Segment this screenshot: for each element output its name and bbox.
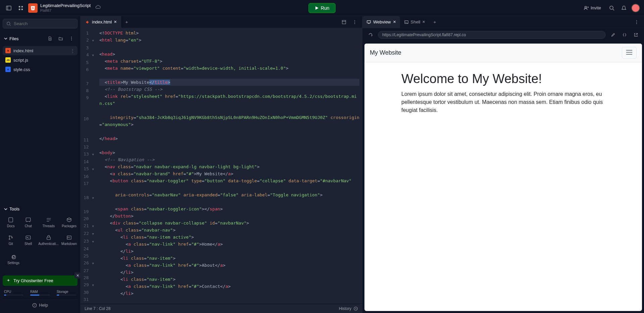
html-file-icon: ◆ <box>85 19 90 25</box>
webview-frame: My Website Welcome to My Website! Lorem … <box>364 44 642 311</box>
stat-ram: RAM <box>30 290 50 296</box>
ghostwriter-close-icon[interactable]: ✕ <box>75 272 81 278</box>
help-icon: ? <box>32 303 37 308</box>
file-item-index-html[interactable]: 5index.html⋮ <box>3 46 78 55</box>
tools-header-label: Tools <box>9 206 19 211</box>
tool-label: Authenticati... <box>38 242 59 246</box>
new-file-icon[interactable] <box>45 34 55 43</box>
webview-hamburger[interactable] <box>622 47 637 59</box>
svg-point-34 <box>636 20 637 21</box>
search-box[interactable] <box>3 19 78 28</box>
user-plus-icon <box>584 6 589 10</box>
webview-brand[interactable]: My Website <box>370 49 401 56</box>
tool-chat[interactable]: Chat <box>20 214 36 231</box>
tool-label: Settings <box>7 261 19 265</box>
sparkle-icon <box>6 278 11 283</box>
help-label: Help <box>39 303 48 308</box>
tab-add-button[interactable]: ＋ <box>121 19 132 25</box>
svg-point-8 <box>610 6 613 9</box>
tool-shell[interactable]: Shell <box>20 232 36 248</box>
svg-line-11 <box>10 24 11 26</box>
project-title[interactable]: LegitimatePrevailingScript <box>40 3 91 8</box>
run-label: Run <box>321 5 330 11</box>
svg-rect-4 <box>19 8 20 10</box>
svg-rect-21 <box>47 237 50 240</box>
hamburger-icon <box>626 49 633 55</box>
open-external-icon[interactable] <box>631 30 641 40</box>
search-input[interactable] <box>14 21 74 26</box>
file-more-icon[interactable]: ⋮ <box>70 48 75 53</box>
file-item-script-js[interactable]: JSscript.js <box>0 55 80 65</box>
stat-cpu: CPU <box>4 290 23 296</box>
gear-icon <box>10 254 16 260</box>
devtools-icon[interactable] <box>620 30 629 40</box>
invite-button[interactable]: Invite <box>581 4 604 12</box>
svg-point-19 <box>11 237 12 238</box>
tool-settings[interactable]: Settings <box>4 251 23 267</box>
preview-more-icon[interactable] <box>632 17 641 27</box>
run-button[interactable]: Run <box>308 3 336 13</box>
file-item-style-css[interactable]: #style.css <box>0 65 80 74</box>
url-input[interactable]: https://LegitimatePrevailingScript.flafi… <box>378 31 606 39</box>
search-header-icon[interactable] <box>607 3 616 13</box>
editor-tab-index[interactable]: ◆ index.html ✕ <box>81 16 121 28</box>
chevron-down-icon[interactable] <box>4 207 7 211</box>
css-file-icon: # <box>5 67 11 72</box>
editor-more-icon[interactable] <box>350 17 359 27</box>
preview-tab-add[interactable]: ＋ <box>429 19 440 25</box>
tab-shell[interactable]: Shell ✕ <box>400 16 430 28</box>
tool-icon <box>8 235 14 241</box>
chevron-down-icon[interactable] <box>4 37 7 40</box>
svg-point-12 <box>71 37 72 38</box>
terminal-icon <box>404 20 409 24</box>
files-more-icon[interactable] <box>67 34 76 43</box>
code-editor[interactable]: 1 2 ▼3 4 ▼5 6 7 8 9 10 11 12 13 ▼14 15 ▼… <box>81 28 362 304</box>
sidebar-toggle-icon[interactable] <box>4 3 13 13</box>
edit-url-icon[interactable] <box>608 30 618 40</box>
tool-icon <box>46 235 52 241</box>
tab-close-icon[interactable]: ✕ <box>422 20 425 24</box>
tool-authenticati-[interactable]: Authenticati... <box>38 232 59 248</box>
ghostwriter-banner[interactable]: Try Ghostwriter Free <box>3 275 78 286</box>
project-owner[interactable]: Flafi87 <box>40 8 91 13</box>
tab-label: Webview <box>373 19 391 24</box>
file-name: script.js <box>13 58 28 63</box>
monitor-icon <box>366 20 371 24</box>
preview-panel: Webview ✕ Shell ✕ ＋ https://LegitimatePr… <box>362 16 644 313</box>
user-avatar[interactable] <box>631 4 640 12</box>
tool-threads[interactable]: Threads <box>38 214 59 231</box>
notifications-icon[interactable] <box>619 3 629 13</box>
sync-status-icon <box>95 5 101 11</box>
ghostwriter-label: Try Ghostwriter Free <box>13 278 53 283</box>
tool-docs[interactable]: Docs <box>3 214 19 231</box>
help-button[interactable]: ? Help <box>3 300 78 310</box>
layout-icon[interactable] <box>339 17 349 27</box>
tab-close-icon[interactable]: ✕ <box>114 20 117 24</box>
svg-text:?: ? <box>34 304 36 307</box>
tool-git[interactable]: Git <box>3 232 19 248</box>
tool-packages[interactable]: Packages <box>61 214 78 231</box>
svg-point-35 <box>636 21 637 22</box>
svg-point-18 <box>9 239 10 240</box>
tool-label: Markdown <box>61 242 77 246</box>
history-icon[interactable] <box>353 306 358 311</box>
svg-point-7 <box>585 6 587 8</box>
play-icon <box>315 6 319 10</box>
svg-rect-25 <box>342 20 346 24</box>
sidebar: Files 5index.html⋮JSscript.js#style.css … <box>0 16 81 313</box>
project-type-icon: 5 <box>28 3 38 13</box>
html-file-icon: 5 <box>5 48 11 53</box>
tab-webview[interactable]: Webview ✕ <box>362 16 400 28</box>
tool-markdown[interactable]: Markdown <box>61 232 78 248</box>
svg-rect-33 <box>404 20 408 23</box>
reload-icon[interactable] <box>366 30 375 40</box>
tab-close-icon[interactable]: ✕ <box>393 20 396 24</box>
svg-point-36 <box>636 23 637 24</box>
tool-label: Shell <box>24 242 32 246</box>
apps-icon[interactable] <box>16 3 26 13</box>
history-button[interactable]: History <box>339 306 351 311</box>
svg-point-10 <box>7 22 10 25</box>
svg-point-27 <box>354 20 355 21</box>
new-folder-icon[interactable] <box>56 34 65 43</box>
tool-label: Threads <box>42 224 55 228</box>
